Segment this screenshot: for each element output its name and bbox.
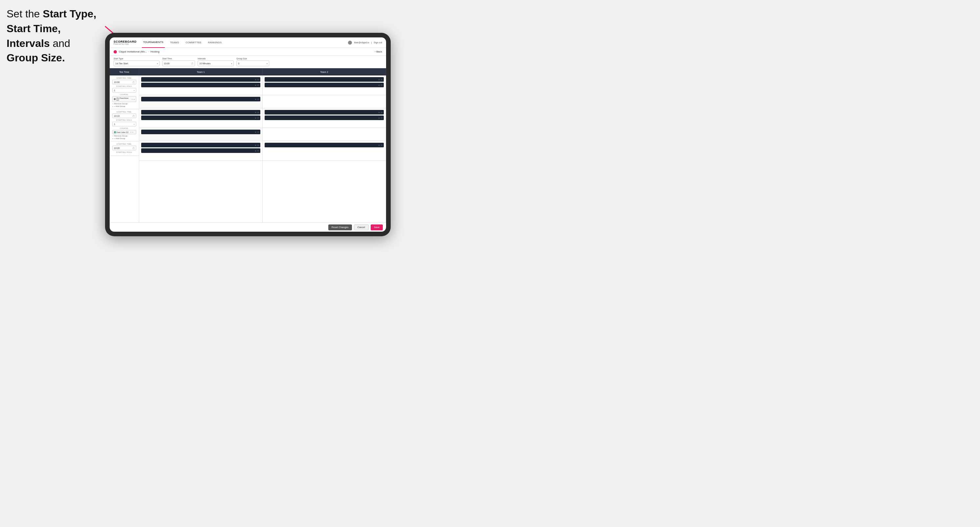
- start-type-select[interactable]: 1st Tee Start ▾: [114, 60, 159, 66]
- start-time-chevron: 🕐: [191, 62, 193, 65]
- instruction-line2: Start Time,: [6, 23, 61, 35]
- instruction-bold1: Start Type,: [43, 8, 96, 20]
- player-x-icon[interactable]: ✕: [255, 78, 256, 81]
- player-x-icon[interactable]: ✕: [255, 144, 256, 146]
- team2-group2-empty: [262, 128, 386, 141]
- player-x-icon[interactable]: ✕: [378, 84, 380, 86]
- breadcrumb-icon: [114, 50, 117, 54]
- course-chip-2[interactable]: East Lake GC ✕ ▾: [112, 130, 136, 134]
- player-x-icon[interactable]: ✕: [255, 150, 256, 152]
- course-chip-1[interactable]: (A) Peachtree GC ✕ ▾: [112, 96, 136, 102]
- start-time-group: Start Time 10:00 🕐: [162, 57, 195, 66]
- starting-hole-label-2: STARTING HOLE:: [112, 119, 136, 121]
- course-label-2: COURSE:: [112, 127, 136, 129]
- breadcrumb-tournament[interactable]: Clippd Invitational (Mo...: [119, 50, 147, 53]
- add-group-link-2[interactable]: + + Add Group: [112, 138, 136, 140]
- starting-time-input-3[interactable]: 10:20 🕐: [112, 146, 136, 150]
- player-expand-icon[interactable]: ⊓: [381, 111, 382, 114]
- player-expand-icon[interactable]: ⊓: [258, 98, 259, 100]
- team1-group1: ✕ ⊓ ✕ ⊓: [139, 75, 262, 95]
- starting-time-input-2[interactable]: 10:10 🕐: [112, 114, 136, 118]
- player-expand-icon[interactable]: ⊓: [258, 84, 259, 86]
- teams-columns: ✕ ⊓ ✕ ⊓ ✕ ⊓: [139, 75, 386, 222]
- player-x-icon[interactable]: ✕: [378, 78, 380, 81]
- player-x-icon[interactable]: ✕: [255, 98, 256, 100]
- start-type-value: 1st Tee Start: [115, 62, 128, 65]
- table-header: Tee Time Team 1 Team 2: [110, 68, 386, 75]
- instruction-line4: and: [50, 37, 70, 49]
- group-size-label: Group Size: [236, 57, 269, 60]
- intervals-chevron: ▾: [231, 62, 232, 65]
- cancel-button[interactable]: Cancel: [354, 224, 369, 230]
- remove-group-link-1[interactable]: ○ Remove Group: [112, 103, 136, 105]
- instruction-line3: Intervals: [6, 37, 50, 49]
- nav-tab-rankings[interactable]: RANKINGS: [207, 37, 223, 48]
- user-email: blair@clippd.io: [354, 41, 369, 44]
- add-group-link-1[interactable]: + + Add Group: [112, 105, 136, 107]
- remove-group-link-2[interactable]: ○ Remove Group: [112, 135, 136, 137]
- nav-tabs: TOURNAMENTS TEAMS COMMITTEE RANKINGS: [142, 37, 348, 48]
- player-x-icon[interactable]: ✕: [255, 131, 256, 133]
- course-remove-2[interactable]: ✕: [130, 131, 132, 133]
- save-button[interactable]: Save: [371, 224, 383, 230]
- back-button[interactable]: ‹ Back: [375, 50, 382, 53]
- player-row: ✕ ⊓: [141, 148, 260, 153]
- player-row: ✕ ⊓: [265, 110, 384, 114]
- starting-hole-input-2[interactable]: 1 ▾: [112, 122, 136, 126]
- player-expand-icon[interactable]: ⊓: [381, 84, 382, 86]
- player-row: ✕ ⊓: [141, 143, 260, 147]
- course-name-1: (A) Peachtree GC: [116, 97, 130, 101]
- starting-hole-input-1[interactable]: 1 ▾: [112, 88, 136, 92]
- bottom-bar: Reset Changes Cancel Save: [110, 222, 386, 232]
- course-remove-1[interactable]: ✕: [131, 98, 133, 100]
- player-expand-icon[interactable]: ⊓: [258, 117, 259, 119]
- team2-group1-empty: [262, 95, 386, 108]
- intervals-label: Intervals: [198, 57, 234, 60]
- course-arrow-1: ▾: [134, 98, 135, 100]
- start-time-select[interactable]: 10:00 🕐: [162, 60, 195, 66]
- player-expand-icon[interactable]: ⊓: [381, 78, 382, 81]
- player-row: ✕ ⊓: [141, 116, 260, 120]
- player-x-icon[interactable]: ✕: [378, 117, 380, 119]
- player-expand-icon[interactable]: ⊓: [258, 144, 259, 146]
- player-expand-icon[interactable]: ⊓: [258, 111, 259, 114]
- sign-out-link[interactable]: Sign out: [374, 41, 382, 44]
- group-size-chevron: ▾: [267, 62, 267, 65]
- player-row: ✕ ⊓: [141, 130, 260, 134]
- settings-row: Start Type 1st Tee Start ▾ Start Time 10…: [110, 56, 386, 68]
- team1-group2: ✕ ⊓ ✕ ⊓: [139, 108, 262, 128]
- team2-group2: ✕ ⊓ ✕ ⊓: [262, 108, 386, 128]
- group-size-select[interactable]: 3 ▾: [236, 60, 269, 66]
- group-size-group: Group Size 3 ▾: [236, 57, 269, 66]
- breadcrumb-bar: Clippd Invitational (Mo... › Hosting ‹ B…: [110, 48, 386, 56]
- team1-group2-course: ✕ ⊓: [139, 128, 262, 141]
- nav-tab-committee[interactable]: COMMITTEE: [184, 37, 202, 48]
- player-x-icon[interactable]: ✕: [255, 84, 256, 86]
- intervals-select[interactable]: 10 Minutes ▾: [198, 60, 234, 66]
- player-expand-icon[interactable]: ⊓: [381, 144, 382, 146]
- player-x-icon[interactable]: ✕: [255, 111, 256, 114]
- table-content: STARTING TIME: 10:00 🕐 STARTING HOLE: 1 …: [110, 75, 386, 222]
- player-expand-icon[interactable]: ⊓: [258, 78, 259, 81]
- reset-changes-button[interactable]: Reset Changes: [328, 224, 352, 230]
- player-expand-icon[interactable]: ⊓: [381, 117, 382, 119]
- instruction-line1: Set the Start Type,: [6, 8, 96, 20]
- player-row: ✕ ⊓: [141, 77, 260, 82]
- starting-hole-label-1: STARTING HOLE:: [112, 85, 136, 87]
- nav-tab-teams[interactable]: TEAMS: [169, 37, 181, 48]
- player-x-icon[interactable]: ✕: [255, 117, 256, 119]
- team1-group3: ✕ ⊓ ✕ ⊓: [139, 141, 262, 161]
- user-avatar: [348, 41, 352, 44]
- starting-time-input-1[interactable]: 10:00 🕐: [112, 80, 136, 84]
- start-time-value: 10:00: [164, 62, 170, 65]
- player-expand-icon[interactable]: ⊓: [258, 131, 259, 133]
- player-x-icon[interactable]: ✕: [378, 111, 380, 114]
- team2-column: ✕ ⊓ ✕ ⊓ ✕ ⊓: [262, 75, 386, 222]
- player-expand-icon[interactable]: ⊓: [258, 150, 259, 152]
- team2-group1: ✕ ⊓ ✕ ⊓: [262, 75, 386, 95]
- nav-tab-tournaments[interactable]: TOURNAMENTS: [142, 37, 165, 48]
- player-x-icon[interactable]: ✕: [378, 144, 380, 146]
- starting-hole-label-3: STARTING HOLE:: [112, 151, 136, 153]
- player-row: ✕ ⊓: [141, 83, 260, 87]
- start-type-label: Start Type: [114, 57, 159, 60]
